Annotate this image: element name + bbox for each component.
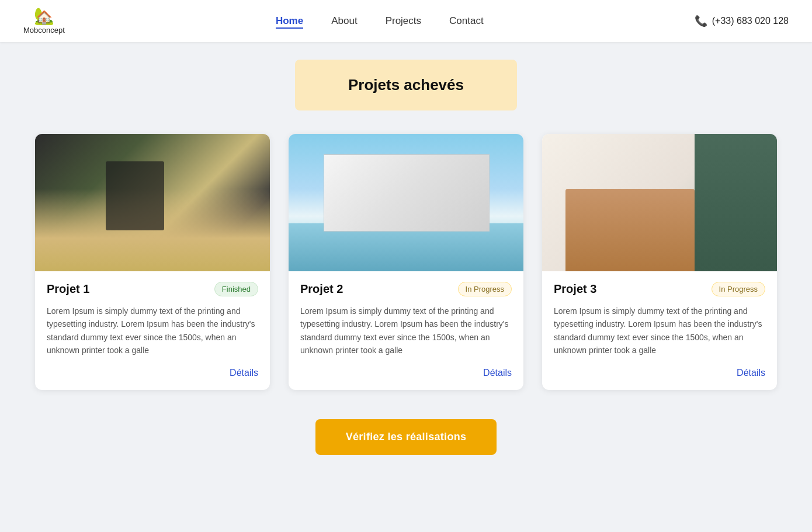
nav-links: Home About Projects Contact: [276, 15, 484, 27]
project-card-2: Projet 2 In Progress Lorem Ipsum is simp…: [289, 134, 523, 390]
nav-link-home[interactable]: Home: [276, 15, 303, 29]
project-title-2: Projet 2: [300, 282, 343, 296]
phone-icon: 📞: [695, 15, 707, 27]
project-image-3: [542, 134, 777, 271]
card-footer-3: Détails: [554, 368, 765, 378]
project-title-1: Projet 1: [47, 282, 89, 296]
nav-link-contact[interactable]: Contact: [449, 15, 484, 26]
nav-item-home[interactable]: Home: [276, 15, 303, 27]
nav-item-contact[interactable]: Contact: [449, 15, 484, 27]
card-footer-2: Détails: [300, 368, 512, 378]
project-description-1: Lorem Ipsum is simply dummy text of the …: [47, 305, 258, 357]
details-link-1[interactable]: Détails: [230, 368, 258, 378]
brand[interactable]: 🏡 Mobconcept: [23, 8, 65, 34]
nav-link-projects[interactable]: Projects: [386, 15, 421, 26]
nav-item-about[interactable]: About: [331, 15, 357, 27]
card-body-1: Projet 1 Finished Lorem Ipsum is simply …: [35, 271, 270, 390]
card-body-2: Projet 2 In Progress Lorem Ipsum is simp…: [289, 271, 523, 390]
project-card-1: Projet 1 Finished Lorem Ipsum is simply …: [35, 134, 270, 390]
bottom-section: Vérifiez les réalisations: [35, 419, 777, 455]
phone-number: (+33) 683 020 128: [712, 16, 789, 26]
card-footer-1: Détails: [47, 368, 258, 378]
projects-grid: Projet 1 Finished Lorem Ipsum is simply …: [35, 134, 777, 390]
project-image-2: [289, 134, 523, 271]
project-card-3: Projet 3 In Progress Lorem Ipsum is simp…: [542, 134, 777, 390]
nav-item-projects[interactable]: Projects: [386, 15, 421, 27]
card-header-3: Projet 3 In Progress: [554, 282, 765, 296]
brand-name: Mobconcept: [23, 26, 65, 34]
section-banner: Projets achevés: [295, 60, 517, 110]
nav-link-about[interactable]: About: [331, 15, 357, 26]
card-body-3: Projet 3 In Progress Lorem Ipsum is simp…: [542, 271, 777, 390]
section-title: Projets achevés: [318, 76, 494, 94]
navbar: 🏡 Mobconcept Home About Projects Contact…: [0, 0, 812, 42]
details-link-2[interactable]: Détails: [483, 368, 512, 378]
project-title-3: Projet 3: [554, 282, 596, 296]
details-link-3[interactable]: Détails: [737, 368, 765, 378]
card-header-1: Projet 1 Finished: [47, 282, 258, 296]
project-description-2: Lorem Ipsum is simply dummy text of the …: [300, 305, 512, 357]
brand-icon: 🏡: [34, 8, 54, 25]
status-badge-2: In Progress: [458, 282, 512, 296]
phone-display: 📞 (+33) 683 020 128: [695, 15, 789, 27]
project-description-3: Lorem Ipsum is simply dummy text of the …: [554, 305, 765, 357]
status-badge-1: Finished: [214, 282, 258, 296]
cta-button[interactable]: Vérifiez les réalisations: [315, 419, 497, 455]
main-content: Projets achevés Projet 1 Finished Lorem …: [0, 42, 812, 490]
project-image-1: [35, 134, 270, 271]
card-header-2: Projet 2 In Progress: [300, 282, 512, 296]
status-badge-3: In Progress: [712, 282, 765, 296]
